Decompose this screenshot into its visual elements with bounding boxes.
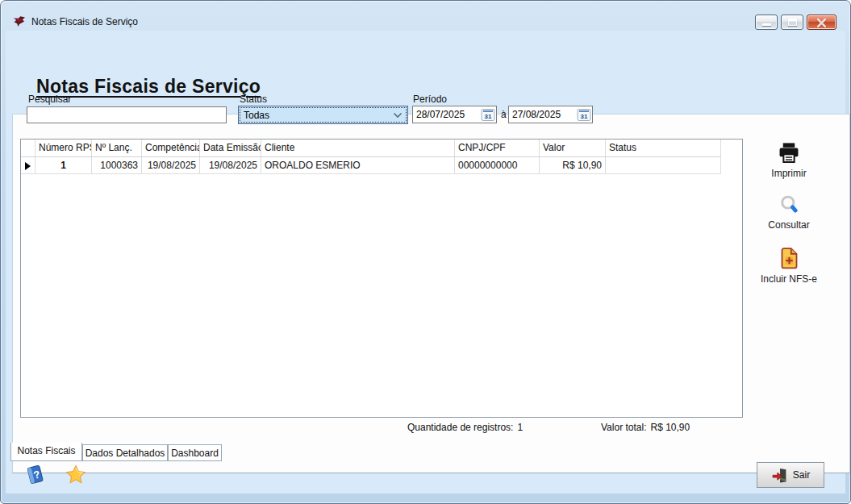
tab-notas-fiscais[interactable]: Notas Fiscais bbox=[10, 443, 82, 461]
period-separator: à bbox=[501, 109, 507, 120]
total-value-label: Valor total: bbox=[601, 422, 646, 433]
current-row-arrow-icon bbox=[25, 162, 31, 170]
consult-button[interactable]: Consultar bbox=[753, 194, 825, 231]
cell-cnpj-cpf[interactable]: 00000000000 bbox=[455, 157, 540, 173]
app-icon bbox=[13, 15, 26, 30]
exit-button-label: Sair bbox=[793, 469, 810, 481]
status-selected-value: Todas bbox=[244, 110, 269, 121]
row-selector-header bbox=[21, 140, 35, 156]
period-label: Período bbox=[413, 94, 447, 105]
help-button[interactable]: ? bbox=[24, 464, 46, 489]
print-button-label: Imprimir bbox=[771, 168, 806, 179]
date-from-field[interactable]: 31 bbox=[412, 106, 497, 123]
print-button[interactable]: Imprimir bbox=[753, 141, 825, 179]
maximize-icon bbox=[788, 19, 797, 26]
date-to-input[interactable] bbox=[509, 109, 570, 120]
close-icon bbox=[816, 18, 827, 28]
window-title: Notas Fiscais de Serviço bbox=[31, 16, 138, 27]
col-header-status[interactable]: Status bbox=[606, 140, 721, 156]
consult-button-label: Consultar bbox=[768, 219, 809, 231]
cell-valor[interactable]: R$ 10,90 bbox=[540, 157, 606, 173]
status-label: Status bbox=[240, 94, 267, 105]
total-value: Valor total: R$ 10,90 bbox=[601, 422, 690, 433]
favorites-star-icon bbox=[65, 464, 87, 485]
date-to-field[interactable]: 31 bbox=[508, 106, 593, 123]
favorites-button[interactable] bbox=[65, 464, 87, 488]
cell-competencia[interactable]: 19/08/2025 bbox=[142, 157, 200, 173]
cell-num-lanc[interactable]: 1000363 bbox=[92, 157, 142, 173]
tab-dashboard[interactable]: Dashboard bbox=[168, 444, 222, 461]
status-select[interactable]: Todas bbox=[238, 106, 408, 124]
document-plus-icon bbox=[778, 246, 800, 270]
col-header-data-emissao[interactable]: Data Emissão bbox=[200, 140, 261, 156]
svg-text:31: 31 bbox=[485, 112, 492, 119]
date-from-input[interactable] bbox=[413, 109, 474, 120]
row-selector-cell[interactable] bbox=[21, 157, 35, 173]
cell-numero-rps[interactable]: 1 bbox=[35, 157, 92, 173]
calendar-from-button[interactable]: 31 bbox=[481, 109, 495, 121]
printer-icon bbox=[777, 141, 801, 165]
search-input[interactable] bbox=[27, 106, 227, 123]
records-count-value: 1 bbox=[517, 422, 523, 433]
search-label: Pesquisar bbox=[28, 94, 71, 105]
calendar-icon: 31 bbox=[481, 109, 495, 121]
invoices-grid[interactable]: Número RPS Nº Lanç. Competência Data Emi… bbox=[20, 139, 743, 418]
exit-door-icon bbox=[771, 467, 788, 484]
col-header-competencia[interactable]: Competência bbox=[142, 140, 200, 156]
col-header-numero-rps[interactable]: Número RPS bbox=[35, 140, 92, 156]
col-header-cliente[interactable]: Cliente bbox=[261, 140, 455, 156]
svg-text:31: 31 bbox=[581, 112, 588, 119]
col-header-valor[interactable]: Valor bbox=[540, 140, 606, 156]
cell-data-emissao[interactable]: 19/08/2025 bbox=[200, 157, 261, 173]
help-book-icon: ? bbox=[24, 464, 46, 486]
chevron-down-icon bbox=[393, 112, 403, 119]
records-count: Quantidade de registros: 1 bbox=[407, 422, 523, 433]
total-value-amount: R$ 10,90 bbox=[650, 422, 690, 433]
exit-button[interactable]: Sair bbox=[757, 462, 824, 488]
calendar-icon: 31 bbox=[577, 109, 591, 121]
add-nfse-button[interactable]: Incluir NFS-e bbox=[753, 246, 825, 285]
close-button[interactable] bbox=[807, 15, 836, 30]
calendar-to-button[interactable]: 31 bbox=[577, 109, 591, 121]
cell-status[interactable] bbox=[606, 157, 721, 173]
col-header-cnpj-cpf[interactable]: CNPJ/CPF bbox=[455, 140, 540, 156]
minimize-icon bbox=[762, 23, 771, 26]
magnifier-icon bbox=[778, 194, 800, 216]
records-count-label: Quantidade de registros: bbox=[407, 422, 513, 433]
maximize-button[interactable] bbox=[781, 15, 803, 30]
minimize-button[interactable] bbox=[755, 15, 778, 30]
add-nfse-button-label: Incluir NFS-e bbox=[761, 273, 817, 285]
col-header-num-lanc[interactable]: Nº Lanç. bbox=[92, 140, 142, 156]
application-window: Notas Fiscais de Serviço Notas Fiscais d… bbox=[0, 0, 851, 504]
grid-header-row: Número RPS Nº Lanç. Competência Data Emi… bbox=[21, 140, 721, 157]
grid-row[interactable]: 1 1000363 19/08/2025 19/08/2025 OROALDO … bbox=[21, 157, 721, 174]
tab-dados-detalhados[interactable]: Dados Detalhados bbox=[82, 444, 168, 461]
cell-cliente[interactable]: OROALDO ESMERIO bbox=[261, 157, 455, 173]
title-bar[interactable]: Notas Fiscais de Serviço bbox=[13, 15, 138, 29]
